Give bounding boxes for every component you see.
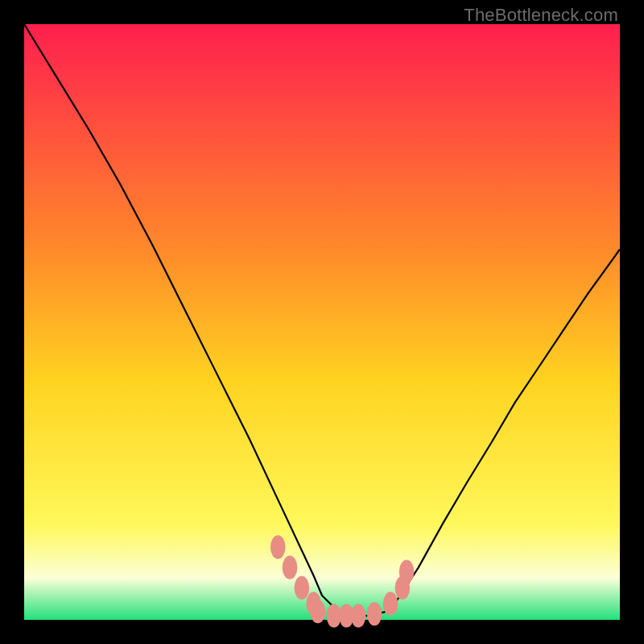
chart-overlay [24, 24, 620, 620]
curve-markers [270, 535, 414, 627]
curve-marker [367, 602, 382, 625]
curve-marker [270, 535, 286, 559]
watermark-label: TheBottleneck.com [464, 5, 618, 26]
curve-marker [311, 600, 326, 623]
curve-marker [399, 559, 415, 583]
curve-marker [383, 592, 398, 615]
bottleneck-curve [24, 24, 620, 616]
curve-marker [283, 555, 298, 579]
curve-marker [351, 604, 366, 627]
chart-frame [24, 24, 620, 620]
curve-marker [295, 576, 310, 599]
